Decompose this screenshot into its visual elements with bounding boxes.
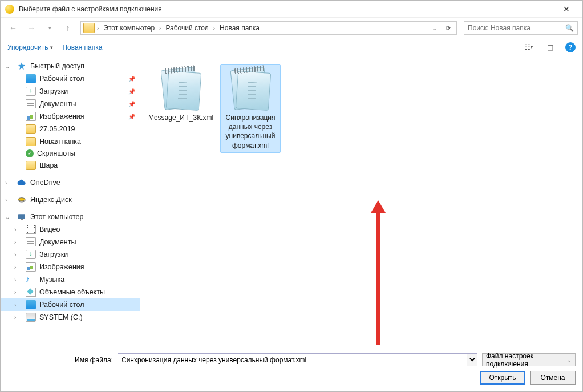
app-icon: [5, 5, 14, 14]
tree-desktop[interactable]: Рабочий стол📌: [1, 72, 140, 85]
folder-icon: [26, 137, 36, 146]
address-dropdown[interactable]: ⌄: [428, 22, 440, 34]
tree-date-folder[interactable]: 27.05.2019: [1, 123, 140, 135]
video-icon: [26, 225, 36, 234]
folder-icon: [26, 124, 36, 134]
main-split: ⌄ Быстрый доступ Рабочий стол📌 Загрузки📌…: [1, 56, 582, 347]
recent-dropdown[interactable]: ▾: [42, 20, 58, 36]
tree-3d-objects[interactable]: ›Объемные объекты: [1, 286, 140, 298]
nav-bar: ← → ▾ ↑ › Этот компьютер › Рабочий стол …: [1, 18, 582, 38]
folder-icon: [83, 23, 95, 33]
annotation-arrow: [376, 211, 380, 345]
file-label: Синхронизация данных через универсальный…: [223, 113, 278, 150]
cancel-button[interactable]: Отмена: [530, 371, 576, 385]
filename-input[interactable]: [118, 353, 467, 366]
file-open-dialog: Выберите файл с настройками подключения …: [0, 0, 583, 392]
tree-share[interactable]: Шара: [1, 159, 140, 172]
star-icon: [17, 62, 27, 71]
xml-file-icon: [159, 67, 203, 111]
open-button[interactable]: Открыть: [480, 371, 525, 385]
drive-icon: [26, 313, 36, 322]
tree-system-c[interactable]: ›SYSTEM (C:): [1, 311, 140, 324]
address-bar[interactable]: › Этот компьютер › Рабочий стол › Новая …: [80, 21, 457, 35]
tree-images[interactable]: Изображения📌: [1, 110, 140, 123]
search-box[interactable]: 🔍: [464, 21, 578, 35]
image-icon: [26, 112, 36, 121]
folder-icon: [26, 161, 36, 170]
filename-history-dropdown[interactable]: [467, 353, 477, 366]
file-label: Message_ИТ_ЗК.xml: [148, 113, 213, 122]
preview-pane-button[interactable]: ◫: [544, 41, 556, 54]
pin-icon: 📌: [128, 88, 135, 95]
tree-video[interactable]: ›Видео: [1, 223, 140, 236]
back-button[interactable]: ←: [5, 20, 21, 36]
new-folder-button[interactable]: Новая папка: [62, 43, 102, 51]
chevron-right-icon[interactable]: ›: [212, 25, 216, 31]
chevron-right-icon[interactable]: ›: [96, 25, 100, 31]
close-button[interactable]: ✕: [555, 1, 578, 17]
dialog-footer: Имя файла: Файл настроек подключения ⌄ О…: [1, 347, 582, 391]
svg-point-1: [18, 198, 25, 201]
crumb-thispc[interactable]: Этот компьютер: [101, 22, 157, 34]
tree-downloads[interactable]: Загрузки📌: [1, 85, 140, 98]
tree-onedrive[interactable]: ›OneDrive: [1, 176, 140, 189]
window-title: Выберите файл с настройками подключения: [19, 5, 555, 13]
view-options-button[interactable]: ☷ ▾: [522, 41, 535, 54]
file-type-filter[interactable]: Файл настроек подключения ⌄: [482, 353, 576, 366]
desktop-icon: [26, 74, 36, 83]
chevron-right-icon[interactable]: ›: [158, 25, 162, 31]
xml-file-icon: [229, 67, 272, 111]
search-input[interactable]: [468, 24, 574, 32]
crumb-desktop[interactable]: Рабочий стол: [163, 22, 210, 34]
search-icon: 🔍: [565, 24, 574, 32]
toolbar: Упорядочить▾ Новая папка ☷ ▾ ◫ ?: [1, 38, 582, 56]
pin-icon: 📌: [128, 101, 135, 107]
svg-rect-2: [18, 214, 25, 219]
tree-yandex-disk[interactable]: ›Яндекс.Диск: [1, 193, 140, 206]
image-icon: [26, 262, 36, 272]
objects-icon: [26, 288, 36, 297]
desktop-icon: [26, 300, 36, 309]
document-icon: [26, 237, 36, 246]
svg-rect-3: [21, 219, 23, 220]
download-icon: [26, 250, 36, 259]
document-icon: [26, 99, 36, 108]
tree-desktop-2[interactable]: ›Рабочий стол: [1, 298, 140, 311]
forward-button[interactable]: →: [23, 20, 39, 36]
tree-documents-2[interactable]: ›Документы: [1, 236, 140, 248]
tree-new-folder[interactable]: Новая папка: [1, 135, 140, 148]
tree-quick-access[interactable]: ⌄ Быстрый доступ: [1, 60, 140, 72]
organize-menu[interactable]: Упорядочить▾: [7, 43, 53, 51]
up-button[interactable]: ↑: [60, 20, 76, 36]
music-icon: ♪: [26, 275, 36, 284]
tree-downloads-2[interactable]: ›Загрузки: [1, 248, 140, 261]
yandex-disk-icon: [17, 195, 27, 204]
tree-screenshots[interactable]: ✓Скриншоты: [1, 148, 140, 159]
pc-icon: [17, 212, 27, 221]
file-item-selected[interactable]: Синхронизация данных через универсальный…: [220, 64, 281, 153]
navigation-tree[interactable]: ⌄ Быстрый доступ Рабочий стол📌 Загрузки📌…: [1, 56, 140, 347]
pin-icon: 📌: [128, 114, 135, 120]
download-icon: [26, 87, 36, 96]
chevron-down-icon: ⌄: [567, 357, 572, 363]
tree-music[interactable]: ›♪Музыка: [1, 273, 140, 286]
cloud-icon: [17, 178, 27, 187]
file-pane[interactable]: Message_ИТ_ЗК.xml Синхронизация данных ч…: [140, 56, 582, 347]
refresh-button[interactable]: ⟳: [442, 22, 454, 34]
tree-images-2[interactable]: ›Изображения: [1, 261, 140, 273]
crumb-newfolder[interactable]: Новая папка: [217, 22, 262, 34]
titlebar: Выберите файл с настройками подключения …: [1, 1, 582, 18]
help-button[interactable]: ?: [565, 42, 576, 52]
check-icon: ✓: [26, 149, 34, 157]
tree-documents[interactable]: Документы📌: [1, 98, 140, 110]
tree-this-pc[interactable]: ⌄Этот компьютер: [1, 211, 140, 223]
pin-icon: 📌: [128, 76, 135, 82]
filename-label: Имя файла:: [75, 356, 113, 364]
file-item[interactable]: Message_ИТ_ЗК.xml: [151, 64, 211, 125]
